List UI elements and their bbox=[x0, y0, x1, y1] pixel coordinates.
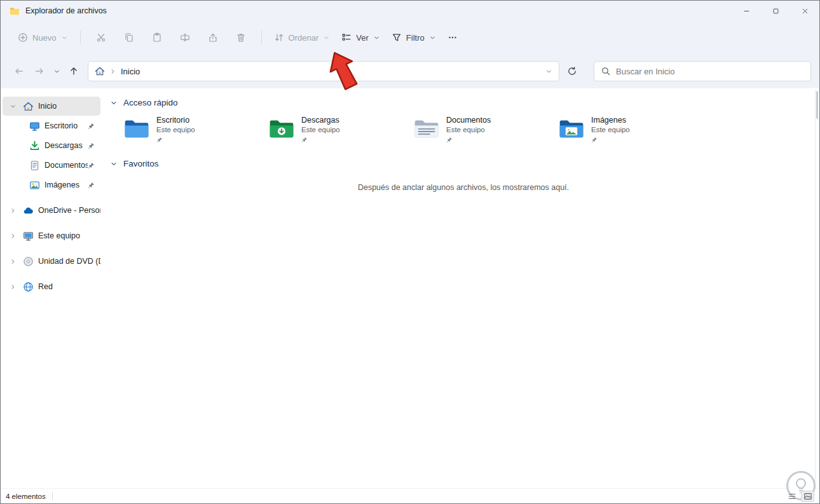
sidebar-item-este-equipo[interactable]: Este equipo bbox=[3, 226, 100, 245]
sidebar-item-label: Unidad de DVD (D:) bbox=[38, 257, 100, 266]
quick-access-item-escritorio[interactable]: Escritorio Este equipo bbox=[124, 116, 269, 143]
dvd-icon bbox=[23, 256, 34, 267]
titlebar: Explorador de archivos bbox=[1, 1, 819, 21]
file-explorer-window: Explorador de archivos Nuevo bbox=[0, 0, 820, 504]
expand-chevron[interactable] bbox=[3, 283, 23, 290]
scrollbar-thumb[interactable] bbox=[816, 91, 818, 119]
details-view-button[interactable] bbox=[785, 491, 798, 502]
collapse-chevron[interactable] bbox=[3, 103, 23, 110]
view-button[interactable]: Ver bbox=[336, 27, 386, 48]
up-button[interactable] bbox=[64, 61, 84, 81]
documents-icon bbox=[29, 160, 40, 171]
new-button-label: Nuevo bbox=[32, 33, 57, 43]
delete-button[interactable] bbox=[227, 26, 255, 49]
chevron-down-icon bbox=[61, 34, 68, 41]
item-text: Escritorio Este equipo bbox=[156, 116, 195, 143]
sidebar-item-escritorio[interactable]: Escritorio bbox=[3, 116, 100, 135]
icons-view-button[interactable] bbox=[801, 491, 814, 502]
sidebar-item-imagenes[interactable]: Imágenes bbox=[3, 175, 100, 194]
expand-chevron[interactable] bbox=[3, 258, 23, 265]
sort-icon bbox=[274, 32, 284, 43]
copy-button[interactable] bbox=[115, 26, 143, 49]
recent-locations-icon bbox=[53, 68, 60, 75]
item-name: Documentos bbox=[446, 116, 491, 125]
address-location[interactable]: Inicio bbox=[121, 67, 140, 76]
refresh-button[interactable] bbox=[562, 61, 582, 81]
cut-icon bbox=[96, 32, 106, 43]
paste-button[interactable] bbox=[143, 26, 171, 49]
quick-access-item-descargas[interactable]: Descargas Este equipo bbox=[269, 116, 414, 143]
new-button[interactable]: Nuevo bbox=[12, 27, 74, 48]
desktop-icon bbox=[29, 121, 40, 132]
minimize-icon bbox=[743, 8, 750, 15]
quick-access-items: Escritorio Este equipo Descargas Este eq… bbox=[107, 116, 819, 143]
forward-button[interactable] bbox=[29, 61, 50, 81]
item-location: Este equipo bbox=[301, 125, 340, 135]
sidebar-item-documentos[interactable]: Documentos bbox=[3, 156, 100, 175]
home-icon bbox=[23, 101, 34, 112]
sidebar-item-label: Escritorio bbox=[44, 121, 78, 130]
quick-access-item-imagenes[interactable]: Imágenes Este equipo bbox=[559, 116, 704, 143]
minimize-button[interactable] bbox=[732, 1, 761, 21]
item-text: Descargas Este equipo bbox=[301, 116, 340, 143]
quick-access-section-header[interactable]: Acceso rápido bbox=[107, 95, 819, 111]
expand-chevron[interactable] bbox=[3, 207, 23, 214]
view-icon bbox=[341, 32, 352, 43]
sort-button[interactable]: Ordenar bbox=[268, 27, 336, 48]
share-icon bbox=[208, 32, 218, 43]
cut-button[interactable] bbox=[87, 26, 115, 49]
chevron-right-icon bbox=[10, 283, 17, 290]
sidebar-item-onedrive[interactable]: OneDrive - Personal bbox=[3, 201, 100, 220]
maximize-button[interactable] bbox=[761, 1, 790, 21]
address-dropdown-button[interactable] bbox=[545, 68, 552, 75]
more-options-button[interactable] bbox=[442, 27, 463, 48]
sidebar-item-descargas[interactable]: Descargas bbox=[3, 136, 100, 155]
view-toggles bbox=[785, 491, 814, 502]
up-icon bbox=[69, 66, 79, 76]
icons-view-icon bbox=[803, 492, 812, 501]
sidebar-item-inicio[interactable]: Inicio bbox=[3, 97, 100, 116]
recent-locations-button[interactable] bbox=[50, 61, 64, 81]
more-icon bbox=[448, 32, 458, 43]
forward-icon bbox=[34, 66, 44, 76]
search-icon bbox=[601, 66, 611, 76]
toolbar-separator bbox=[261, 31, 262, 44]
sidebar-item-label: Red bbox=[38, 282, 53, 291]
sidebar-item-label: OneDrive - Personal bbox=[38, 206, 100, 215]
copy-icon bbox=[124, 32, 134, 43]
address-bar[interactable]: Inicio bbox=[88, 61, 559, 81]
pictures-icon bbox=[29, 180, 40, 191]
filter-button-label: Filtro bbox=[406, 33, 425, 43]
search-box[interactable] bbox=[594, 61, 811, 81]
sidebar-item-label: Descargas bbox=[44, 141, 83, 150]
scrollbar-track bbox=[815, 90, 816, 487]
quick-access-item-documentos[interactable]: Documentos Este equipo bbox=[414, 116, 559, 143]
items-count: 4 elementos bbox=[6, 493, 46, 500]
back-icon bbox=[14, 66, 24, 76]
close-button[interactable] bbox=[790, 1, 819, 21]
chevron-down-icon bbox=[373, 34, 380, 41]
filter-button[interactable]: Filtro bbox=[386, 27, 442, 48]
pin-icon bbox=[446, 137, 453, 143]
status-separator bbox=[52, 492, 53, 500]
sidebar-item-dvd[interactable]: Unidad de DVD (D:) bbox=[3, 252, 100, 271]
paste-icon bbox=[152, 32, 162, 43]
sidebar-item-label: Inicio bbox=[38, 102, 57, 111]
search-input[interactable] bbox=[616, 67, 804, 76]
expand-chevron[interactable] bbox=[3, 233, 23, 240]
back-button[interactable] bbox=[9, 61, 29, 81]
new-icon bbox=[18, 32, 28, 43]
item-name: Descargas bbox=[301, 116, 340, 125]
chevron-right-icon bbox=[109, 68, 116, 75]
favorites-section-header[interactable]: Favoritos bbox=[107, 156, 819, 172]
share-button[interactable] bbox=[199, 26, 227, 49]
onedrive-icon bbox=[23, 205, 34, 216]
folder-pictures-icon bbox=[559, 118, 584, 139]
close-icon bbox=[802, 8, 809, 15]
pin-icon bbox=[301, 137, 308, 143]
rename-button[interactable] bbox=[171, 26, 199, 49]
sidebar-item-red[interactable]: Red bbox=[3, 277, 100, 296]
view-button-label: Ver bbox=[356, 33, 369, 43]
pin-icon bbox=[156, 137, 163, 143]
window-title: Explorador de archivos bbox=[25, 6, 107, 15]
